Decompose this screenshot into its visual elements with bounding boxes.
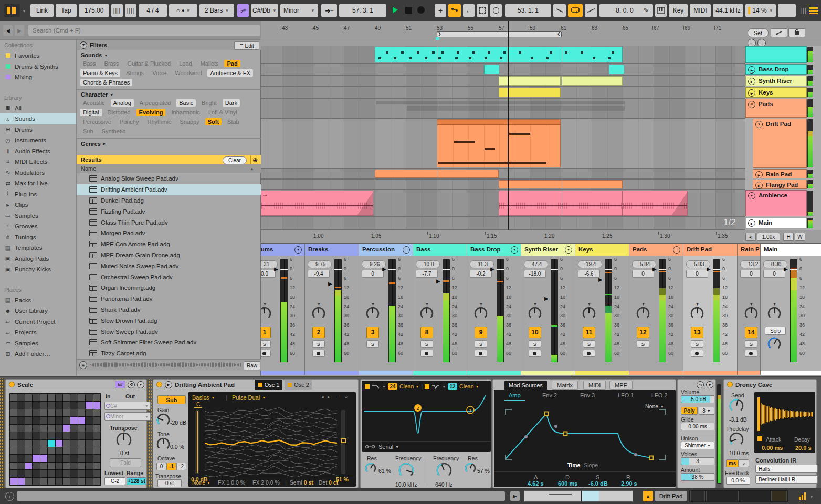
filter1-circuit-menu[interactable]: Clean▼ [399,383,419,390]
predelay-sync-button[interactable]: ♪ [739,459,749,467]
scale-grid-cell[interactable] [63,432,70,439]
sidebar-item-packs[interactable]: ▤Packs [0,295,76,306]
fx2-value[interactable]: FX 2 0.0 % [252,479,280,486]
sound-filter-tag[interactable]: Guitar & Plucked [125,60,174,67]
sidebar-item-instruments[interactable]: ◷Instruments [0,135,76,146]
peak-level-display[interactable]: -19.4 [578,260,602,268]
wavetable-name-menu[interactable]: Pulse Dual▼ [232,394,266,401]
beat-time-ruler[interactable]: 434547495153555759616365676971❯❮ [261,21,821,39]
scale-grid-cell[interactable] [17,440,24,447]
track-header-ambience[interactable]: ▼Ambience [745,190,807,216]
fx1-value[interactable]: FX 1 0.0 % [218,479,245,486]
scale-grid-cell[interactable] [70,432,77,439]
sidebar-item-tunings[interactable]: ⋔Tunings [0,232,76,243]
sound-filter-tag[interactable]: Bass [80,60,98,67]
tab-mod-sources[interactable]: Mod Sources [504,381,547,390]
prev-table-icon[interactable]: ◂ [321,394,324,400]
track-activator-button[interactable]: 3 [366,327,379,338]
scale-grid-cell[interactable] [25,402,32,408]
subtab-env3[interactable]: Env 3 [580,392,595,398]
track-header-flangy-pad[interactable]: ▶Flangy Pad [753,180,807,189]
pan-knob[interactable] [474,307,488,321]
scale-grid-cell[interactable] [40,432,47,439]
scale-grid-cell[interactable] [25,432,32,439]
track-activator-button[interactable]: 11 [583,327,595,338]
fold-icon[interactable]: ▼ [294,246,302,254]
mixer-track-title[interactable]: Main [761,244,821,256]
solo-button[interactable]: S [691,340,703,348]
sound-filter-tag[interactable]: Chords & Phrases [80,79,132,86]
search-input[interactable]: Search (Cmd + F) [28,25,260,36]
play-icon[interactable]: ▶ [748,219,755,227]
sidebar-item-samples[interactable]: ▭Samples [0,211,76,222]
solo-button[interactable]: S [583,340,595,348]
scale-grid-cell[interactable] [93,440,100,447]
pan-knob[interactable] [420,307,434,321]
filter1-res-knob[interactable] [365,463,376,475]
preview-headphone-icon[interactable]: ◉ [79,361,87,369]
track-header-bass-drop[interactable]: ▶Bass Drop [745,64,807,75]
stop-button[interactable] [405,7,412,14]
scale-grid-cell[interactable] [48,455,55,461]
automation-draw-button[interactable] [771,28,787,37]
arm-button[interactable] [475,350,487,357]
sidebar-item-clips[interactable]: ▸Clips [0,200,76,211]
scale-grid-cell[interactable] [70,455,77,461]
volume-field[interactable]: 0 [632,270,654,278]
scale-root-menu[interactable]: C#/Db▼ [251,4,278,17]
scale-grid-cell[interactable] [78,470,85,477]
det-value[interactable]: 0 ct [329,479,338,486]
insert-marker-button[interactable]: + [435,4,446,17]
automation-mode-button[interactable] [477,4,488,17]
mixer-strip-drift-pad[interactable]: Drift Pad-5.830▶6061218243036424860▼13S [683,244,737,375]
playback-speed-field[interactable]: 1.00x [757,233,780,241]
fader-handle[interactable]: ▶ [436,278,440,284]
character-filter-tag[interactable]: Bright [199,99,219,107]
mixer-strip-drums[interactable]: Drums▼-310.0▶6061218243036424860▼1S [261,244,304,375]
scale-grid-cell[interactable] [33,478,39,485]
scale-name-menu[interactable]: Minor▼ [280,4,318,17]
clip[interactable] [499,191,623,216]
scale-grid-cell[interactable] [78,394,85,401]
play-icon[interactable]: ▶ [748,78,755,85]
character-filter-tag[interactable]: Dark [223,99,240,107]
sound-filter-tag[interactable]: Strings [123,69,146,77]
scale-grid-cell[interactable] [70,394,77,401]
scale-grid-cell[interactable] [63,425,70,432]
scale-grid-cell[interactable] [63,402,70,408]
arrangement-position-field[interactable]: 57. 3. 1 [339,4,386,17]
volume-field[interactable]: -6.6 [578,270,600,278]
scale-grid-cell[interactable] [40,394,47,401]
scale-grid-cell[interactable] [40,440,47,447]
sound-filter-tag[interactable]: Voice [150,69,169,77]
scale-grid-cell[interactable] [33,432,39,439]
clip[interactable]: ... [261,191,373,216]
result-item[interactable]: Organ Incoming.adg [77,282,261,293]
clip[interactable] [375,47,623,62]
fader-handle[interactable]: ▶ [544,296,549,301]
peak-level-display[interactable]: -47.4 [524,260,548,268]
track-header-rain-pad[interactable]: ▶Rain Pad [753,169,807,178]
mixer-strip-bass-drop[interactable]: Bass Drop▼-11.3-0.2▶6061218243036424860▼… [467,244,521,375]
scale-grid-cell[interactable] [40,463,47,469]
scale-grid-cell[interactable] [17,402,24,408]
mixer-track-title[interactable]: Breaks [305,244,359,256]
voices-value[interactable]: 3 [681,457,714,465]
fader-handle[interactable]: ▶ [328,281,332,287]
sidebar-item-drums[interactable]: ⊞Drums [0,124,76,135]
wavetable-category-menu[interactable]: Basics▼ [192,394,215,401]
track-header-main[interactable]: ▶Main [745,217,807,229]
env-time-toggle[interactable]: Time [567,462,580,469]
scale-grid-cell[interactable] [17,478,24,485]
pan-knob[interactable] [767,307,781,321]
fx-mode-menu[interactable]: None▼ [192,479,210,486]
scale-grid-cell[interactable] [63,440,70,447]
character-filter-tag[interactable]: Percussive [80,118,114,125]
loop-button[interactable] [568,4,583,17]
fader-handle[interactable]: ▶ [652,266,657,272]
unison-mode-menu[interactable]: Shimmer▼ [681,442,714,449]
transpose-knob[interactable] [116,432,132,449]
tab-osc2[interactable]: Osc 2 [285,380,312,390]
scale-grid-cell[interactable] [63,455,70,461]
scale-grid-cell[interactable] [25,425,32,432]
